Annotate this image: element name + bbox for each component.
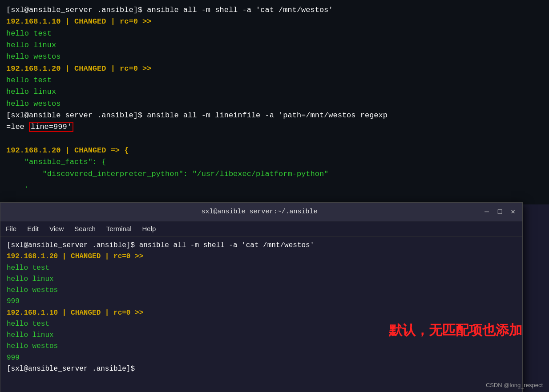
bg-line-10: [sxl@ansible_server .ansible]$ ansible a…: [6, 110, 543, 121]
bg-line-8: hello linux: [6, 86, 543, 98]
bg-line-12: 192.168.1.20 | CHANGED => {: [6, 145, 543, 156]
bg-line-13: "ansible_facts": {: [6, 156, 543, 168]
foreground-terminal: sxl@ansible_server:~/.ansible — □ ✕ File…: [0, 202, 523, 392]
fg-line-3: hello test: [7, 263, 516, 274]
bg-line-3: hello test: [6, 28, 543, 40]
bg-line-1: [sxl@ansible_server .ansible]$ ansible a…: [6, 4, 543, 16]
terminal-body[interactable]: [sxl@ansible_server .ansible]$ ansible a…: [0, 236, 522, 392]
bg-line-5: hello westos: [6, 51, 543, 63]
bg-line-7: hello test: [6, 75, 543, 86]
menu-file[interactable]: File: [6, 225, 16, 232]
maximize-button[interactable]: □: [498, 208, 502, 216]
window-controls: — □ ✕: [484, 208, 515, 216]
terminal-title: sxl@ansible_server:~/.ansible: [34, 208, 484, 216]
fg-line-10: hello westos: [7, 341, 516, 352]
background-terminal: [sxl@ansible_server .ansible]$ ansible a…: [0, 0, 549, 204]
fg-line-6: 999: [7, 296, 516, 307]
bg-line-9: hello westos: [6, 98, 543, 110]
fg-line-7: 192.168.1.10 | CHANGED | rc=0 >>: [7, 308, 516, 319]
menu-bar: File Edit View Search Terminal Help: [0, 221, 522, 236]
fg-line-1: [sxl@ansible_server .ansible]$ ansible a…: [7, 240, 516, 251]
menu-view[interactable]: View: [49, 225, 64, 232]
menu-edit[interactable]: Edit: [27, 225, 39, 232]
title-bar: sxl@ansible_server:~/.ansible — □ ✕: [0, 203, 522, 221]
watermark: CSDN @long_respect: [486, 382, 543, 388]
bg-line-14: "discovered_interpreter_python": "/usr/l…: [6, 168, 543, 180]
close-button[interactable]: ✕: [511, 208, 515, 216]
bg-line-15: .: [6, 180, 543, 192]
fg-line-12: [sxl@ansible_server .ansible]$: [7, 364, 516, 375]
fg-line-4: hello linux: [7, 274, 516, 285]
bg-line-blank: [6, 133, 543, 145]
bg-line-2: 192.168.1.10 | CHANGED | rc=0 >>: [6, 16, 543, 28]
menu-help[interactable]: Help: [142, 225, 156, 232]
bg-line-6: 192.168.1.20 | CHANGED | rc=0 >>: [6, 63, 543, 75]
fg-line-5: hello westos: [7, 285, 516, 296]
menu-search[interactable]: Search: [74, 225, 96, 232]
fg-line-2: 192.168.1.20 | CHANGED | rc=0 >>: [7, 251, 516, 262]
chinese-annotation: 默认，无匹配项也添加: [389, 321, 522, 340]
highlight-lineinfile: line=999': [29, 122, 73, 132]
bg-line-11: =lee line=999': [6, 121, 543, 133]
minimize-button[interactable]: —: [484, 208, 489, 216]
bg-line-4: hello linux: [6, 40, 543, 51]
menu-terminal[interactable]: Terminal: [106, 225, 132, 232]
fg-line-11: 999: [7, 352, 516, 364]
